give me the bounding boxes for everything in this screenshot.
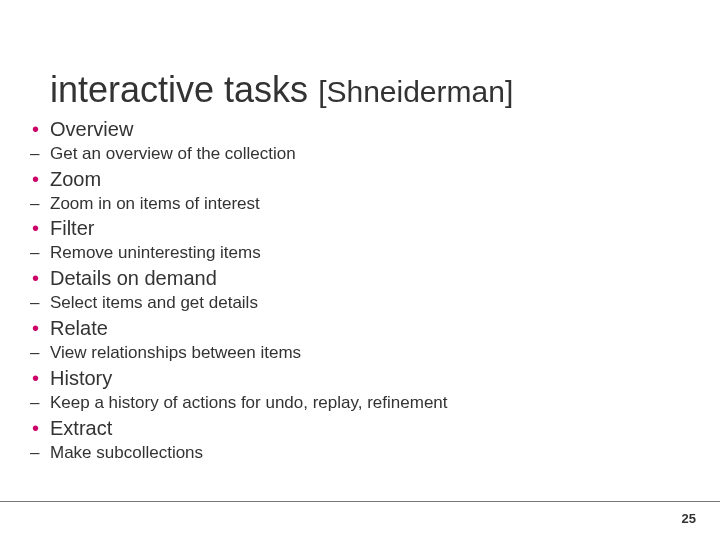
list-subitem: Make subcollections (50, 442, 670, 465)
list-item: Details on demand (50, 265, 670, 292)
item-desc: Keep a history of actions for undo, repl… (50, 393, 448, 412)
footer-divider (0, 501, 720, 502)
item-label: History (50, 367, 112, 389)
bullet-list: Overview Get an overview of the collecti… (50, 116, 670, 466)
slide-title: interactive tasks [Shneiderman] (50, 70, 670, 110)
item-desc: Make subcollections (50, 443, 203, 462)
item-label: Details on demand (50, 267, 217, 289)
list-subitem: Keep a history of actions for undo, repl… (50, 392, 670, 415)
list-item: Extract (50, 415, 670, 442)
list-item: Zoom (50, 166, 670, 193)
item-label: Filter (50, 217, 94, 239)
item-label: Overview (50, 118, 133, 140)
list-subitem: Select items and get details (50, 292, 670, 315)
list-subitem: Get an overview of the collection (50, 143, 670, 166)
list-subitem: Remove uninteresting items (50, 242, 670, 265)
title-attribution: [Shneiderman] (318, 75, 513, 108)
item-label: Extract (50, 417, 112, 439)
item-desc: Select items and get details (50, 293, 258, 312)
list-item: Overview (50, 116, 670, 143)
slide: interactive tasks [Shneiderman] Overview… (0, 0, 720, 540)
list-subitem: View relationships between items (50, 342, 670, 365)
item-desc: Get an overview of the collection (50, 144, 296, 163)
list-item: Relate (50, 315, 670, 342)
page-number: 25 (682, 511, 696, 526)
item-label: Relate (50, 317, 108, 339)
item-desc: Remove uninteresting items (50, 243, 261, 262)
title-main: interactive tasks (50, 69, 308, 110)
item-label: Zoom (50, 168, 101, 190)
list-item: History (50, 365, 670, 392)
item-desc: Zoom in on items of interest (50, 194, 260, 213)
list-item: Filter (50, 215, 670, 242)
item-desc: View relationships between items (50, 343, 301, 362)
list-subitem: Zoom in on items of interest (50, 193, 670, 216)
